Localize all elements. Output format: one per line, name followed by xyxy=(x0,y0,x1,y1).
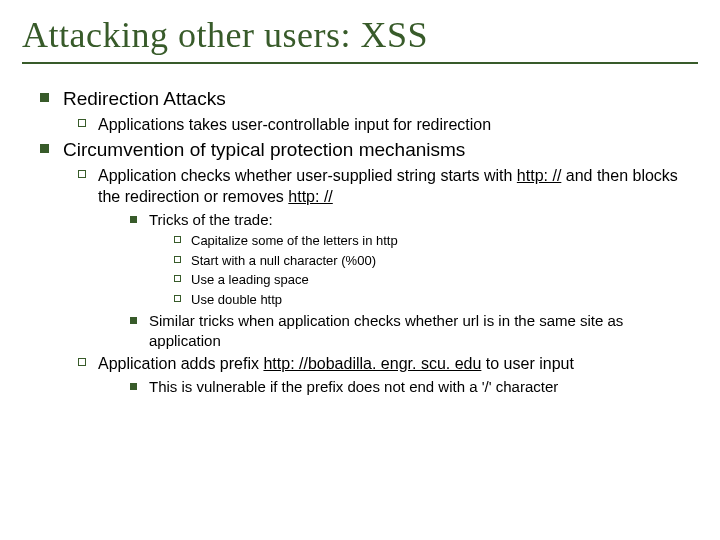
text-fragment: to user input xyxy=(481,355,574,372)
open-square-bullet-icon xyxy=(174,236,181,243)
open-square-bullet-icon xyxy=(78,170,86,178)
square-bullet-icon xyxy=(40,93,49,102)
bullet-text: Application checks whether user-supplied… xyxy=(98,165,698,208)
square-bullet-icon xyxy=(130,383,137,390)
bullet-text: Capitalize some of the letters in http xyxy=(191,232,698,250)
open-square-bullet-icon xyxy=(174,275,181,282)
square-bullet-icon xyxy=(130,216,137,223)
bullet-level4: Use double http xyxy=(174,291,698,309)
link-http[interactable]: http: // xyxy=(288,188,332,205)
bullet-text: Redirection Attacks xyxy=(63,86,698,112)
bullet-text: Use a leading space xyxy=(191,271,698,289)
slide-title: Attacking other users: XSS xyxy=(22,14,698,56)
square-bullet-icon xyxy=(130,317,137,324)
bullet-text: Circumvention of typical protection mech… xyxy=(63,137,698,163)
open-square-bullet-icon xyxy=(78,358,86,366)
bullet-text: Tricks of the trade: xyxy=(149,210,698,230)
bullet-level4: Capitalize some of the letters in http xyxy=(174,232,698,250)
open-square-bullet-icon xyxy=(78,119,86,127)
bullet-text: Application adds prefix http: //bobadill… xyxy=(98,353,698,375)
bullet-level4: Start with a null character (%00) xyxy=(174,252,698,270)
bullet-text: Use double http xyxy=(191,291,698,309)
open-square-bullet-icon xyxy=(174,256,181,263)
bullet-level4: Use a leading space xyxy=(174,271,698,289)
bullet-level3: Tricks of the trade: xyxy=(130,210,698,230)
bullet-text: Similar tricks when application checks w… xyxy=(149,311,698,352)
text-fragment: Application adds prefix xyxy=(98,355,263,372)
link-http[interactable]: http: // xyxy=(517,167,561,184)
bullet-level2: Application adds prefix http: //bobadill… xyxy=(78,353,698,375)
bullet-level1: Circumvention of typical protection mech… xyxy=(40,137,698,163)
bullet-level3: Similar tricks when application checks w… xyxy=(130,311,698,352)
bullet-text: This is vulnerable if the prefix does no… xyxy=(149,377,698,397)
title-rule xyxy=(22,62,698,64)
slide-body: Redirection Attacks Applications takes u… xyxy=(22,86,698,397)
bullet-text: Applications takes user-controllable inp… xyxy=(98,114,698,136)
bullet-text: Start with a null character (%00) xyxy=(191,252,698,270)
bullet-level1: Redirection Attacks xyxy=(40,86,698,112)
bullet-level2: Application checks whether user-supplied… xyxy=(78,165,698,208)
link-bobadilla[interactable]: http: //bobadilla. engr. scu. edu xyxy=(263,355,481,372)
square-bullet-icon xyxy=(40,144,49,153)
text-fragment: Application checks whether user-supplied… xyxy=(98,167,517,184)
slide: Attacking other users: XSS Redirection A… xyxy=(0,0,720,540)
open-square-bullet-icon xyxy=(174,295,181,302)
bullet-level2: Applications takes user-controllable inp… xyxy=(78,114,698,136)
bullet-level3: This is vulnerable if the prefix does no… xyxy=(130,377,698,397)
